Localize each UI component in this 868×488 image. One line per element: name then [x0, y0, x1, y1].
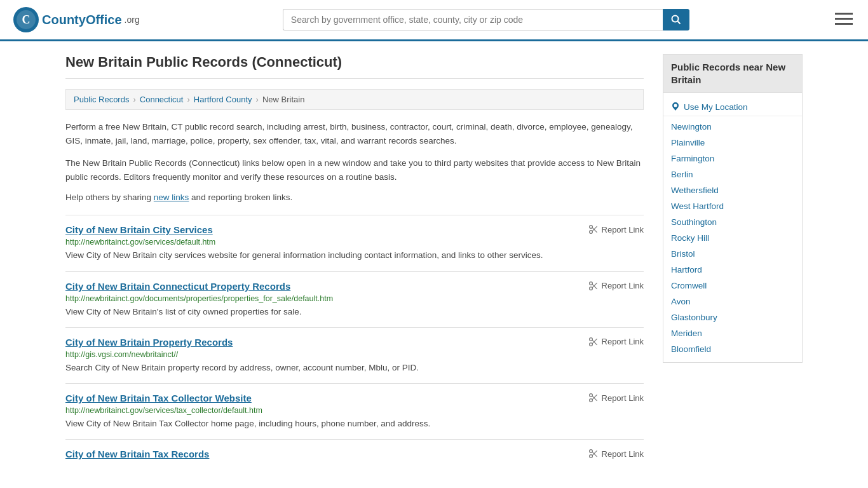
svg-rect-6	[835, 18, 853, 20]
sidebar-content: Use My Location NewingtonPlainvilleFarmi…	[663, 93, 803, 363]
record-item: City of New Britain Tax Collector Websit…	[65, 383, 644, 439]
scissors-icon	[588, 281, 599, 291]
content-area: New Britain Public Records (Connecticut)…	[65, 54, 644, 471]
sidebar-city-link[interactable]: Cromwell	[663, 278, 802, 294]
help-suffix: and reporting broken links.	[189, 193, 292, 202]
record-header: City of New Britain City Services Report…	[65, 224, 644, 235]
help-text: Help others by sharing new links and rep…	[65, 193, 644, 202]
logo-org: .org	[125, 15, 140, 25]
report-link-label: Report Link	[602, 225, 644, 234]
record-url-link[interactable]: http://newbritainct.gov/services/default…	[65, 238, 215, 247]
report-link-label: Report Link	[602, 449, 644, 459]
sidebar-title: Public Records near New Britain	[663, 54, 803, 93]
sidebar-city-link[interactable]: Bristol	[663, 246, 802, 262]
main-wrapper: New Britain Public Records (Connecticut)…	[53, 41, 815, 484]
sidebar: Public Records near New Britain Use My L…	[663, 54, 803, 471]
record-url[interactable]: http://newbritainct.gov/documents/proper…	[65, 294, 644, 303]
sidebar-city-link[interactable]: Wethersfield	[663, 182, 802, 198]
record-title[interactable]: City of New Britain Tax Records	[65, 449, 209, 459]
sidebar-city-link[interactable]: Bloomfield	[663, 341, 802, 357]
breadcrumb-current: New Britain	[262, 95, 304, 104]
report-link[interactable]: Report Link	[588, 281, 644, 291]
search-area	[283, 9, 689, 30]
header: C CountyOffice.org	[0, 0, 868, 41]
use-my-location-label: Use My Location	[684, 102, 748, 112]
breadcrumb-sep-2: ›	[187, 95, 189, 104]
svg-marker-30	[673, 107, 678, 111]
search-input[interactable]	[283, 9, 663, 30]
record-desc: View City of New Britain's list of city …	[65, 306, 644, 318]
page-title: New Britain Public Records (Connecticut)	[65, 54, 644, 79]
pin-icon	[671, 102, 680, 112]
record-item: City of New Britain Tax Records Report L…	[65, 439, 644, 471]
sidebar-city-link[interactable]: Glastonbury	[663, 309, 802, 325]
record-url-link[interactable]: http://newbritainct.gov/documents/proper…	[65, 294, 333, 303]
record-url-link[interactable]: http://gis.vgsi.com/newbritainct//	[65, 350, 178, 359]
report-link-label: Report Link	[602, 393, 644, 403]
record-title[interactable]: City of New Britain Tax Collector Websit…	[65, 393, 252, 403]
search-icon	[671, 15, 681, 25]
menu-button[interactable]	[832, 9, 855, 31]
record-url-link[interactable]: http://newbritainct.gov/services/tax_col…	[65, 406, 262, 415]
record-url[interactable]: http://newbritainct.gov/services/tax_col…	[65, 406, 644, 415]
sidebar-city-link[interactable]: Berlin	[663, 166, 802, 182]
breadcrumb-sep-3: ›	[256, 95, 259, 104]
record-header: City of New Britain Tax Records Report L…	[65, 449, 644, 459]
records-container: City of New Britain City Services Report…	[65, 215, 644, 471]
sidebar-city-link[interactable]: Meriden	[663, 325, 802, 341]
nearby-cities-list: NewingtonPlainvilleFarmingtonBerlinWethe…	[663, 119, 802, 357]
record-desc: Search City of New Britain property reco…	[65, 362, 644, 374]
report-link[interactable]: Report Link	[588, 449, 644, 459]
sidebar-city-link[interactable]: Rocky Hill	[663, 230, 802, 246]
record-item: City of New Britain Connecticut Property…	[65, 271, 644, 327]
record-url[interactable]: http://newbritainct.gov/services/default…	[65, 238, 644, 247]
record-header: City of New Britain Tax Collector Websit…	[65, 393, 644, 403]
svg-text:C: C	[22, 13, 31, 26]
record-desc: View City of New Britain city services w…	[65, 249, 644, 262]
report-link-label: Report Link	[602, 281, 644, 290]
sidebar-city-link[interactable]: Plainville	[663, 135, 802, 151]
sidebar-city-link[interactable]: Southington	[663, 214, 802, 230]
svg-rect-5	[835, 13, 853, 15]
sidebar-city-link[interactable]: Avon	[663, 294, 802, 309]
logo-icon: C	[13, 6, 39, 33]
intro-text: Perform a free New Britain, CT public re…	[65, 120, 644, 147]
report-link[interactable]: Report Link	[588, 393, 644, 403]
record-header: City of New Britain Connecticut Property…	[65, 281, 644, 292]
record-item: City of New Britain Property Records Rep…	[65, 327, 644, 383]
logo-area: C CountyOffice.org	[13, 6, 140, 33]
record-header: City of New Britain Property Records Rep…	[65, 337, 644, 348]
logo-text: CountyOffice	[42, 13, 122, 27]
record-title[interactable]: City of New Britain Connecticut Property…	[65, 281, 290, 292]
new-links-link[interactable]: new links	[154, 193, 189, 202]
record-title[interactable]: City of New Britain Property Records	[65, 337, 233, 348]
report-link[interactable]: Report Link	[588, 224, 644, 234]
svg-point-3	[672, 16, 678, 22]
scissors-icon	[588, 337, 599, 347]
record-url[interactable]: http://gis.vgsi.com/newbritainct//	[65, 350, 644, 359]
search-button[interactable]	[663, 9, 689, 30]
scissors-icon	[588, 224, 599, 234]
sidebar-city-link[interactable]: West Hartford	[663, 198, 802, 214]
svg-line-4	[677, 22, 680, 24]
hamburger-icon	[835, 11, 853, 27]
record-title[interactable]: City of New Britain City Services	[65, 224, 213, 235]
sidebar-city-link[interactable]: Hartford	[663, 262, 802, 278]
breadcrumb-link-connecticut[interactable]: Connecticut	[140, 95, 184, 104]
breadcrumb: Public Records › Connecticut › Hartford …	[65, 89, 644, 110]
record-item: City of New Britain City Services Report…	[65, 215, 644, 271]
scissors-icon	[588, 393, 599, 403]
scissors-icon	[588, 449, 599, 459]
secondary-text: The New Britain Public Records (Connecti…	[65, 156, 644, 184]
report-link-label: Report Link	[602, 337, 644, 346]
breadcrumb-link-hartford-county[interactable]: Hartford County	[194, 95, 252, 104]
breadcrumb-sep-1: ›	[133, 95, 135, 104]
use-my-location[interactable]: Use My Location	[663, 98, 802, 116]
sidebar-city-link[interactable]: Farmington	[663, 151, 802, 166]
record-desc: View City of New Britain Tax Collector h…	[65, 417, 644, 430]
svg-point-29	[674, 104, 677, 107]
breadcrumb-link-public-records[interactable]: Public Records	[74, 95, 129, 104]
report-link[interactable]: Report Link	[588, 337, 644, 347]
svg-rect-7	[835, 23, 853, 25]
sidebar-city-link[interactable]: Newington	[663, 119, 802, 135]
